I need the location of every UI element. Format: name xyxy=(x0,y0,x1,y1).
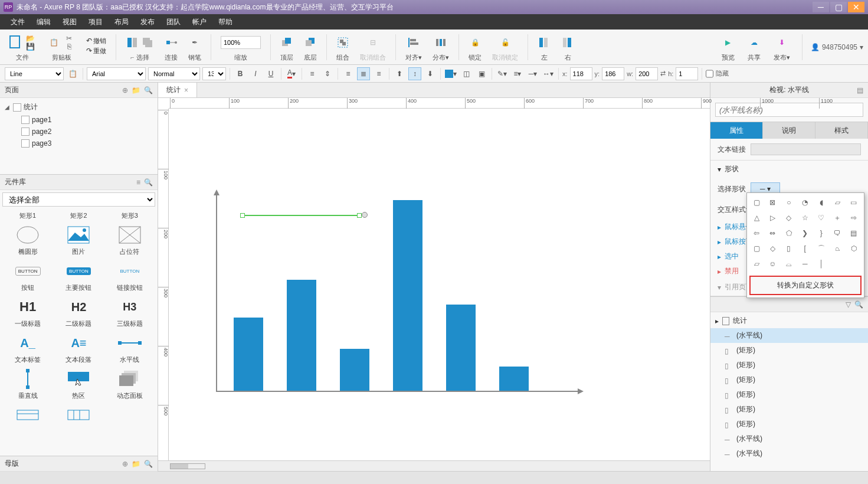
connect-icon[interactable] xyxy=(165,36,178,49)
tab-notes[interactable]: 说明 xyxy=(763,122,815,139)
preview-icon[interactable]: ▶ xyxy=(722,36,735,49)
page-item-1[interactable]: page1 xyxy=(5,114,153,126)
inner-shadow-button[interactable]: ▣ xyxy=(475,67,488,80)
lib-placeholder[interactable]: 占位符 xyxy=(106,225,153,256)
copy-icon[interactable]: ⎘ xyxy=(63,43,76,50)
redo-icon[interactable]: ↷ xyxy=(86,47,92,55)
fill-color-button[interactable]: ▾ xyxy=(444,67,457,80)
font-select[interactable]: Arial xyxy=(87,67,146,80)
font-size-select[interactable]: 13 xyxy=(202,67,226,80)
menu-publish[interactable]: 发布 xyxy=(135,15,161,30)
pen-icon[interactable]: ✒ xyxy=(188,36,201,49)
publish-icon[interactable]: ⬇ xyxy=(775,36,788,49)
shape-bracket-icon[interactable]: [ xyxy=(798,241,812,256)
lib-link-button[interactable]: BUTTON链接按钮 xyxy=(106,261,153,292)
valign-bottom-button[interactable]: ⬇ xyxy=(424,67,437,80)
shape-arrow-r-icon[interactable]: ⇨ xyxy=(847,211,861,225)
menu-team[interactable]: 团队 xyxy=(161,15,186,30)
outline-item-1[interactable]: ▯(矩形) xyxy=(710,343,868,358)
share-icon[interactable]: ☁ xyxy=(748,36,761,49)
tab-stats[interactable]: 统计× xyxy=(158,83,197,97)
minimize-button[interactable]: ─ xyxy=(813,2,829,12)
shape-vline-icon[interactable]: │ xyxy=(814,257,828,271)
bar-2[interactable] xyxy=(340,349,369,391)
shape-arrow-lr-icon[interactable]: ⇔ xyxy=(765,226,779,240)
shape-expander[interactable]: ▾形状 xyxy=(710,161,868,178)
font-weight-select[interactable]: Normal xyxy=(148,67,200,80)
apply-style-icon[interactable]: 📋 xyxy=(66,67,79,80)
align-icon[interactable] xyxy=(407,36,420,49)
arrow-style-button[interactable]: ↔▾ xyxy=(542,67,555,80)
add-page-icon[interactable]: ⊕ xyxy=(122,86,128,94)
outline-item-7[interactable]: ─(水平线) xyxy=(710,431,868,446)
distribute-icon[interactable] xyxy=(434,36,447,49)
shape-roundrect-icon[interactable]: ▢ xyxy=(749,241,764,256)
shape-line-icon[interactable]: ─ xyxy=(798,257,812,271)
lib-vline[interactable]: 垂直线 xyxy=(4,369,51,400)
bar-5[interactable] xyxy=(499,367,529,391)
intersect-icon[interactable] xyxy=(141,36,154,49)
outer-shadow-button[interactable]: ◫ xyxy=(460,67,473,80)
tab-properties[interactable]: 属性 xyxy=(710,122,763,139)
tab-style[interactable]: 样式 xyxy=(815,122,868,139)
h-input[interactable] xyxy=(676,67,698,80)
widget-name-input[interactable] xyxy=(715,103,863,117)
canvas[interactable] xyxy=(169,109,710,460)
new-file-icon[interactable] xyxy=(8,36,21,49)
lib-extra2[interactable] xyxy=(55,405,102,425)
line-width-button[interactable]: ≡▾ xyxy=(511,67,524,80)
lib-rect2[interactable]: 矩形2 xyxy=(55,211,102,220)
bullets-button[interactable]: ≡ xyxy=(306,67,319,80)
lib-paragraph[interactable]: A≡文本段落 xyxy=(55,333,102,364)
shape-callout-icon[interactable]: 🗨 xyxy=(830,226,844,240)
maximize-button[interactable]: ▢ xyxy=(830,2,847,12)
group-icon[interactable] xyxy=(336,36,349,49)
shape-heart-icon[interactable]: ♡ xyxy=(814,211,828,225)
send-back-icon[interactable] xyxy=(304,36,317,49)
unlock-icon[interactable]: 🔓 xyxy=(499,36,512,49)
shape-page-icon[interactable]: ▯ xyxy=(782,241,796,256)
shape-plus-icon[interactable]: ＋ xyxy=(830,211,844,225)
lib-button[interactable]: BUTTON按钮 xyxy=(4,261,51,292)
paste-icon[interactable]: 📋 xyxy=(47,36,60,49)
line-height-button[interactable]: ⇕ xyxy=(321,67,334,80)
shape-parallelogram-icon[interactable]: ▱ xyxy=(830,195,844,210)
bold-button[interactable]: B xyxy=(234,67,247,80)
underline-button[interactable]: U xyxy=(264,67,277,80)
lib-dynamic-panel[interactable]: 动态面板 xyxy=(106,369,153,400)
shape-rect-icon[interactable]: ▢ xyxy=(749,195,764,210)
select-mode-icon[interactable] xyxy=(126,36,139,49)
bar-3[interactable] xyxy=(393,200,422,391)
shape-pie-icon[interactable]: ◔ xyxy=(798,195,812,210)
page-item-root[interactable]: ◢统计 xyxy=(5,100,153,114)
lib-label[interactable]: A_文本标签 xyxy=(4,333,51,364)
outline-item-5[interactable]: ▯(矩形) xyxy=(710,402,868,417)
bring-front-icon[interactable] xyxy=(280,36,293,49)
zoom-select[interactable] xyxy=(221,36,261,49)
menu-edit[interactable]: 编辑 xyxy=(31,15,57,30)
close-button[interactable]: ✕ xyxy=(848,2,864,12)
menu-project[interactable]: 项目 xyxy=(83,15,109,30)
outline-filter-icon[interactable]: ▽ xyxy=(846,300,851,309)
text-align-left-button[interactable]: ≡ xyxy=(342,67,355,80)
lib-search-icon[interactable]: 🔍 xyxy=(144,178,153,187)
shape-rhombus-icon[interactable]: ◇ xyxy=(765,241,779,256)
add-master-icon[interactable]: ⊕ xyxy=(122,460,128,468)
lib-image[interactable]: 图片 xyxy=(55,225,102,256)
shape-rect-x-icon[interactable]: ⊠ xyxy=(765,195,779,210)
outline-item-4[interactable]: ▯(矩形) xyxy=(710,387,868,402)
page-item-3[interactable]: page3 xyxy=(5,138,153,149)
shape-folder-icon[interactable]: ▭ xyxy=(847,195,861,210)
shape-triangle-right-icon[interactable]: ▷ xyxy=(765,211,779,225)
lib-extra1[interactable] xyxy=(4,405,51,425)
selected-line[interactable] xyxy=(242,215,360,216)
tab-close-icon[interactable]: × xyxy=(184,86,188,94)
menu-help[interactable]: 帮助 xyxy=(212,15,238,30)
shape-brace-icon[interactable]: } xyxy=(814,226,828,240)
textlink-button[interactable] xyxy=(751,143,861,155)
page-item-2[interactable]: page2 xyxy=(5,126,153,138)
user-info[interactable]: 👤948750495▾ xyxy=(811,43,863,51)
lib-primary-button[interactable]: BUTTON主要按钮 xyxy=(55,261,102,292)
x-input[interactable] xyxy=(570,67,592,80)
lib-h1[interactable]: H1一级标题 xyxy=(4,297,51,328)
